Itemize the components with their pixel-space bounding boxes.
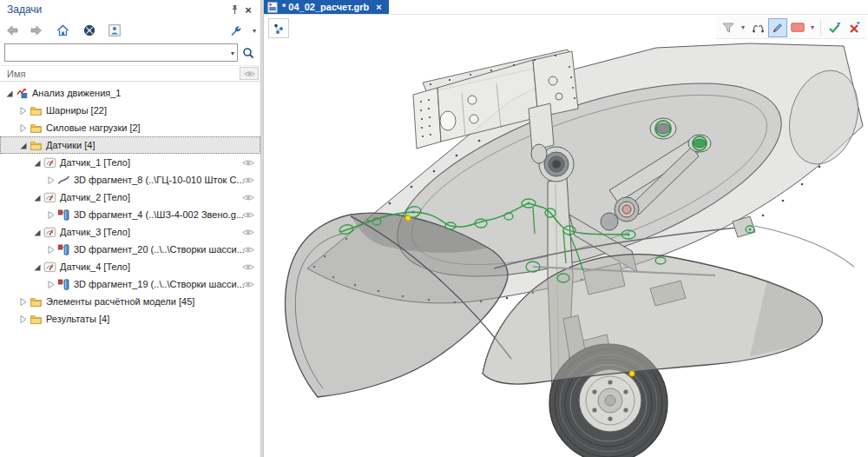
- expander-expanded-icon[interactable]: [3, 88, 15, 99]
- tree-row-fragment-4[interactable]: 3D фрагмент_4 (..\ШЗ-4-002 Звено.g...: [0, 206, 260, 223]
- folder-icon: [30, 105, 43, 116]
- filter-dropdown-arrow[interactable]: ▾: [739, 18, 747, 37]
- tab-close-icon[interactable]: ×: [376, 2, 381, 12]
- tree-row-sensor-4[interactable]: Датчик_4 [Тело]: [0, 258, 260, 275]
- back-arrow-icon: [6, 25, 19, 36]
- home-icon: [56, 24, 69, 36]
- expander-collapsed-icon[interactable]: [45, 175, 56, 186]
- tree-row-results[interactable]: Результаты [4]: [0, 310, 260, 328]
- tree-row-model-elements[interactable]: Элементы расчётной модели [45]: [0, 293, 260, 310]
- back-button[interactable]: [4, 23, 20, 38]
- user-frame-button[interactable]: [107, 23, 122, 38]
- document-tabbar: * 04_02_расчет.grb ×: [264, 0, 868, 15]
- tree-row-joints[interactable]: Шарниры [22]: [0, 102, 260, 119]
- eye-icon[interactable]: [242, 227, 254, 238]
- expander-expanded-icon[interactable]: [17, 140, 29, 151]
- eye-icon[interactable]: [242, 192, 254, 203]
- document-tab-title: * 04_02_расчет.grb: [282, 2, 369, 12]
- tasks-tree: Анализ движения_1 Шарниры [22] Силовые н…: [0, 82, 260, 457]
- eye-icon[interactable]: [242, 175, 254, 186]
- search-combobox[interactable]: ▾: [4, 43, 238, 62]
- tree-label: Анализ движения_1: [32, 88, 122, 98]
- expander-collapsed-icon[interactable]: [45, 209, 56, 221]
- cancel-x-icon: [848, 22, 860, 34]
- settings-dropdown-arrow[interactable]: ▾: [253, 27, 256, 35]
- expander-collapsed-icon[interactable]: [17, 123, 29, 134]
- tasks-panel: Задачи ×: [0, 0, 260, 457]
- expander-expanded-icon[interactable]: [31, 157, 43, 169]
- forward-arrow-icon: [30, 25, 43, 36]
- folder-icon: [30, 123, 43, 134]
- tree-row-fragment-20[interactable]: 3D фрагмент_20 (..\..\Створки шасси...: [0, 241, 260, 258]
- close-panel-icon[interactable]: ×: [241, 3, 255, 17]
- settings-wrench-button[interactable]: [228, 23, 244, 38]
- color-swatch-button[interactable]: [788, 18, 807, 37]
- 3d-fragment-icon: [57, 244, 70, 255]
- ok-check-icon: [828, 22, 841, 34]
- tree-row-sensors[interactable]: Датчики [4]: [0, 136, 260, 154]
- expander-expanded-icon[interactable]: [31, 227, 43, 238]
- model-structure-button[interactable]: [268, 18, 289, 38]
- tree-label: Датчик_1 [Тело]: [60, 157, 130, 168]
- visibility-column-button[interactable]: [240, 67, 259, 80]
- tree-row-fragment-19[interactable]: 3D фрагмент_19 (..\..\Створки шасси...: [0, 275, 260, 293]
- cancel-button[interactable]: [845, 18, 864, 37]
- sensor-icon: [43, 227, 56, 238]
- search-row: ▾: [0, 42, 260, 65]
- 3d-viewport[interactable]: ▾ ▾: [264, 15, 868, 457]
- trace-button[interactable]: [748, 18, 767, 37]
- expander-expanded-icon[interactable]: [31, 262, 43, 273]
- combo-dropdown-arrow[interactable]: ▾: [231, 50, 234, 57]
- curve-fragment-icon: [57, 175, 70, 186]
- tree-label: Датчик_3 [Тело]: [60, 227, 130, 237]
- expander-collapsed-icon[interactable]: [17, 105, 29, 116]
- tree-column-header[interactable]: Имя: [0, 65, 260, 82]
- pin-icon[interactable]: [227, 3, 241, 17]
- search-button[interactable]: [240, 45, 256, 61]
- expander-collapsed-icon[interactable]: [17, 296, 29, 308]
- tree-row-force-loads[interactable]: Силовые нагрузки [2]: [0, 119, 260, 136]
- eye-icon[interactable]: [242, 262, 254, 273]
- user-icon: [108, 24, 121, 36]
- tree-row-sensor-2[interactable]: Датчик_2 [Тело]: [0, 189, 260, 206]
- sensor-icon: [43, 262, 56, 273]
- eye-icon[interactable]: [242, 157, 254, 169]
- eye-icon[interactable]: [242, 209, 254, 221]
- expander-collapsed-icon[interactable]: [45, 279, 56, 290]
- tree-label: Датчик_4 [Тело]: [60, 262, 130, 272]
- tree-row-fragment-8[interactable]: 3D фрагмент_8 (..\ГЦ-10-010 Шток С...: [0, 171, 260, 189]
- application-window: Задачи ×: [0, 0, 868, 457]
- search-input[interactable]: [5, 45, 221, 60]
- document-tab[interactable]: * 04_02_расчет.grb ×: [264, 0, 389, 14]
- column-header-label: Имя: [7, 69, 25, 79]
- swatch-dropdown-arrow[interactable]: ▾: [808, 18, 817, 37]
- tree-label: 3D фрагмент_19 (..\..\Створки шасси...: [74, 279, 245, 289]
- tree-label: Силовые нагрузки [2]: [46, 123, 141, 133]
- tree-row-motion-analysis[interactable]: Анализ движения_1: [0, 84, 260, 102]
- eye-icon[interactable]: [242, 279, 254, 290]
- navigation-wheel-button[interactable]: [82, 23, 97, 38]
- 3d-fragment-icon: [57, 279, 70, 290]
- tree-row-sensor-3[interactable]: Датчик_3 [Тело]: [0, 223, 260, 241]
- filter-button[interactable]: [719, 18, 738, 37]
- eye-icon[interactable]: [242, 244, 254, 255]
- landing-gear-model: [264, 15, 868, 457]
- edit-pencil-icon: [772, 22, 784, 34]
- panel-toolbar: ▾: [0, 19, 260, 42]
- tree-label: Датчик_2 [Тело]: [60, 192, 130, 202]
- expander-collapsed-icon[interactable]: [17, 314, 29, 325]
- edit-sensors-button[interactable]: [768, 18, 787, 37]
- expander-collapsed-icon[interactable]: [45, 244, 56, 255]
- wrench-icon: [230, 24, 242, 36]
- structure-icon: [273, 23, 285, 35]
- tree-row-sensor-1[interactable]: Датчик_1 [Тело]: [0, 154, 260, 171]
- tree-label: Шарниры [22]: [46, 105, 107, 116]
- navigation-wheel-icon: [83, 24, 95, 36]
- ok-button[interactable]: [825, 18, 844, 37]
- color-swatch-icon: [791, 23, 805, 32]
- forward-button[interactable]: [28, 23, 43, 38]
- expander-expanded-icon[interactable]: [31, 192, 43, 203]
- filter-icon: [722, 23, 734, 33]
- tree-label: 3D фрагмент_4 (..\ШЗ-4-002 Звено.g...: [74, 209, 244, 220]
- home-button[interactable]: [55, 23, 70, 38]
